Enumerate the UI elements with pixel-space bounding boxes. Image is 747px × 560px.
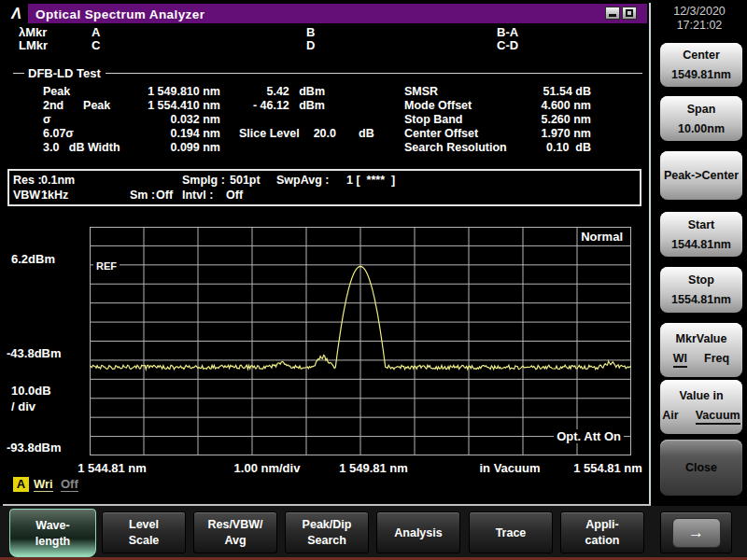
slice-level-unit: dB xyxy=(359,127,374,140)
marker-ba: B-A xyxy=(497,25,518,39)
swpavg-value: 1 [ **** ] xyxy=(346,174,395,187)
marker-a: A xyxy=(92,25,100,39)
marker-wl-label: λMkr xyxy=(19,25,47,39)
stop-band-label: Stop Band xyxy=(404,113,463,126)
trace-a-badge: A xyxy=(13,477,29,492)
stop-band-value: 5.260 nm xyxy=(498,113,591,126)
optical-attenuator-label: Opt. Att On xyxy=(554,429,624,443)
close-button[interactable]: Close xyxy=(660,440,742,496)
x-stop-label: 1 554.81 nm xyxy=(573,461,642,475)
intvl-value: Off xyxy=(226,189,243,202)
sm-value: Off xyxy=(156,189,173,202)
intvl-label: Intvl : xyxy=(182,189,213,202)
start-button[interactable]: Start 1544.81nm xyxy=(660,212,742,257)
tab-level-scale[interactable]: Level Scale xyxy=(102,511,186,553)
smsr-label: SMSR xyxy=(404,85,438,98)
time-text: 17:21:02 xyxy=(656,19,742,33)
tab-res-vbw-avg[interactable]: Res/VBW/ Avg xyxy=(193,511,277,553)
search-resolution-value: 0.10 dB xyxy=(498,141,591,154)
center-offset-value: 1.970 nm xyxy=(498,127,591,140)
analysis-title: DFB-LD Test xyxy=(28,66,101,80)
marker-b: B xyxy=(306,25,315,39)
window-title: Optical Spectrum Analyzer xyxy=(35,7,204,21)
tab-application[interactable]: Appli- cation xyxy=(560,511,644,553)
vbw-value: 1kHz xyxy=(41,189,68,202)
maximize-icon xyxy=(626,9,633,17)
tab-more[interactable]: → xyxy=(660,511,732,553)
datetime: 12/3/2020 17:21:02 xyxy=(656,5,742,33)
minimize-button[interactable] xyxy=(605,7,620,20)
x-start-label: 1 544.81 nm xyxy=(78,461,147,475)
swpavg-label: SwpAvg : xyxy=(276,174,329,187)
value-in-air-option[interactable]: Air xyxy=(662,409,678,425)
sm-label: Sm : xyxy=(130,189,155,202)
marker-value-button[interactable]: MkrValue Wl Freq xyxy=(660,323,742,377)
trace-mode-label: Normal xyxy=(578,230,626,244)
analysis-row-level: - 46.12 dBm xyxy=(220,99,325,112)
x-center-label: 1 549.81 nm xyxy=(339,461,408,475)
analysis-row-wl: 0.032 nm xyxy=(120,113,220,126)
analysis-row-wl: 1 554.410 nm xyxy=(120,99,220,112)
span-button[interactable]: Span 10.00nm xyxy=(660,96,742,141)
marker-value-wl-option[interactable]: Wl xyxy=(673,352,687,368)
y-ref-label: 6.2dBm xyxy=(11,252,55,266)
value-in-vacuum-option[interactable]: Vacuum xyxy=(696,409,740,425)
center-offset-label: Center Offset xyxy=(404,127,478,140)
minimize-icon xyxy=(609,14,616,17)
marker-d: D xyxy=(306,38,315,52)
y-mid-label: -43.8dBm xyxy=(7,346,62,360)
tab-wavelength[interactable]: Wave- length xyxy=(9,509,96,557)
marker-lvl-label: LMkr xyxy=(19,38,48,52)
trace-write-status: Wri xyxy=(34,477,53,492)
mode-offset-label: Mode Offset xyxy=(404,99,472,112)
ref-line-label: REF xyxy=(93,260,120,272)
analysis-row-label: 6.07σ xyxy=(43,127,74,140)
marker-cd: C-D xyxy=(497,38,518,52)
res-value: 0.1nm xyxy=(41,174,75,187)
anritsu-logo-icon: Λ xyxy=(5,4,28,23)
analysis-section-divider: DFB-LD Test xyxy=(13,66,642,80)
center-button[interactable]: Center 1549.81nm xyxy=(660,43,742,87)
spectrum-trace-svg xyxy=(90,227,631,455)
analysis-row-label: 3.0 dB Width xyxy=(43,141,120,154)
search-resolution-label: Search Resolution xyxy=(404,141,507,154)
analysis-row-label: Peak xyxy=(43,85,70,98)
date-text: 12/3/2020 xyxy=(656,5,742,19)
smplg-value: 501pt xyxy=(230,174,261,187)
tab-peak-dip-search[interactable]: Peak/Dip Search xyxy=(285,511,369,553)
peak-to-center-button[interactable]: Peak->Center xyxy=(660,151,742,200)
tab-analysis[interactable]: Analysis xyxy=(376,511,460,553)
value-in-button[interactable]: Value in Air Vacuum xyxy=(660,380,742,434)
stop-button[interactable]: Stop 1554.81nm xyxy=(660,267,742,313)
y-scale-label: 10.0dB xyxy=(11,384,51,398)
res-label: Res : xyxy=(13,174,42,187)
analysis-row-label: σ xyxy=(43,113,51,126)
analysis-row-level: 5.42 dBm xyxy=(220,85,325,98)
mode-offset-value: 4.600 nm xyxy=(498,99,591,112)
spectrum-plot: REF Normal Opt. Att On xyxy=(90,227,631,455)
trace-off-status: Off xyxy=(61,477,78,492)
tab-trace[interactable]: Trace xyxy=(469,511,553,553)
smplg-label: Smplg : xyxy=(182,174,225,187)
y-bottom-label: -93.8dBm xyxy=(7,441,62,455)
maximize-button[interactable] xyxy=(622,7,637,20)
marker-value-freq-option[interactable]: Freq xyxy=(704,352,729,368)
arrow-right-icon: → xyxy=(672,518,721,548)
slice-level-label: Slice Level xyxy=(239,127,300,140)
x-scale-label: 1.00 nm/div xyxy=(234,461,301,475)
analysis-row-wl: 1 549.810 nm xyxy=(120,85,220,98)
analysis-row-label: 2nd Peak xyxy=(43,99,110,112)
analysis-row-wl: 0.099 nm xyxy=(120,141,220,154)
marker-c: C xyxy=(92,38,100,52)
x-medium-label: in Vacuum xyxy=(479,461,540,475)
slice-level-value: 20.0 xyxy=(295,127,336,140)
analysis-row-wl: 0.194 nm xyxy=(120,127,220,140)
osa-screen: Λ Optical Spectrum Analyzer 12/3/2020 17… xyxy=(0,0,747,560)
smsr-value: 51.54 dB xyxy=(498,85,591,98)
y-scale-unit: / div xyxy=(11,399,35,413)
